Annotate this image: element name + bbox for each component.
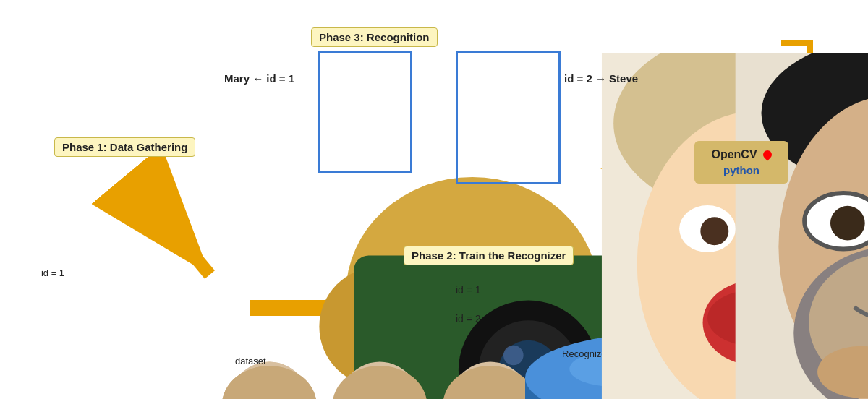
- svg-point-64: [778, 96, 868, 398]
- svg-point-53: [679, 205, 736, 252]
- trainer-label: Trainer: [655, 347, 712, 358]
- svg-point-59: [736, 271, 773, 294]
- phase2-id2-label: id = 2: [456, 313, 481, 325]
- recognizer-label: Recognizer: [550, 348, 622, 359]
- svg-point-26: [222, 362, 317, 399]
- svg-point-65: [793, 247, 868, 399]
- svg-marker-8: [730, 246, 746, 264]
- trainer-box: [651, 286, 709, 344]
- mary-id-label: Mary ← id = 1: [224, 72, 294, 85]
- opencv-box: OpenCV python: [694, 141, 788, 184]
- svg-point-58: [707, 290, 801, 346]
- svg-marker-5: [532, 292, 550, 324]
- face-steve-box: [456, 51, 561, 184]
- svg-point-56: [794, 217, 822, 245]
- phase2-label: Phase 2: Train the Recognizer: [404, 246, 574, 265]
- svg-rect-62: [736, 53, 868, 399]
- svg-rect-73: [859, 387, 868, 399]
- face-mary-box: [318, 51, 412, 173]
- svg-point-28: [222, 366, 317, 399]
- svg-point-55: [700, 217, 728, 245]
- svg-point-54: [773, 205, 830, 252]
- svg-point-13: [366, 343, 420, 399]
- svg-rect-50: [602, 53, 868, 399]
- svg-point-69: [830, 206, 865, 241]
- svg-point-75: [817, 346, 868, 398]
- svg-point-66: [809, 253, 868, 391]
- svg-point-14: [319, 267, 439, 387]
- dataset-label: dataset: [235, 356, 266, 366]
- svg-rect-7: [738, 264, 754, 336]
- svg-line-3: [174, 231, 210, 275]
- phase3-label: Phase 3: Recognition: [311, 27, 438, 47]
- svg-rect-29: [525, 378, 791, 399]
- svg-marker-42: [824, 311, 868, 399]
- svg-marker-10: [600, 160, 618, 176]
- phase1-label: Phase 1: Data Gathering: [54, 137, 195, 157]
- person-mary-id: id = 1: [20, 267, 85, 278]
- svg-point-51: [613, 53, 868, 217]
- svg-rect-4: [250, 300, 532, 316]
- person-mary-profile: [22, 177, 87, 264]
- steve-id-label: id = 2 → Steve: [564, 72, 638, 85]
- svg-point-57: [703, 280, 807, 365]
- svg-marker-43: [824, 311, 868, 399]
- arrows-svg: [0, 0, 868, 399]
- svg-rect-41: [799, 296, 868, 399]
- opencv-label: OpenCV: [711, 148, 757, 161]
- diagram-container: Phase 1: Data Gathering id = 1: [0, 0, 868, 399]
- svg-point-12: [386, 250, 572, 399]
- svg-point-24: [503, 346, 524, 366]
- phase2-id1-label: id = 1: [456, 284, 481, 296]
- python-label: python: [723, 164, 760, 176]
- recognizer-box: [556, 286, 615, 346]
- svg-point-67: [804, 193, 868, 249]
